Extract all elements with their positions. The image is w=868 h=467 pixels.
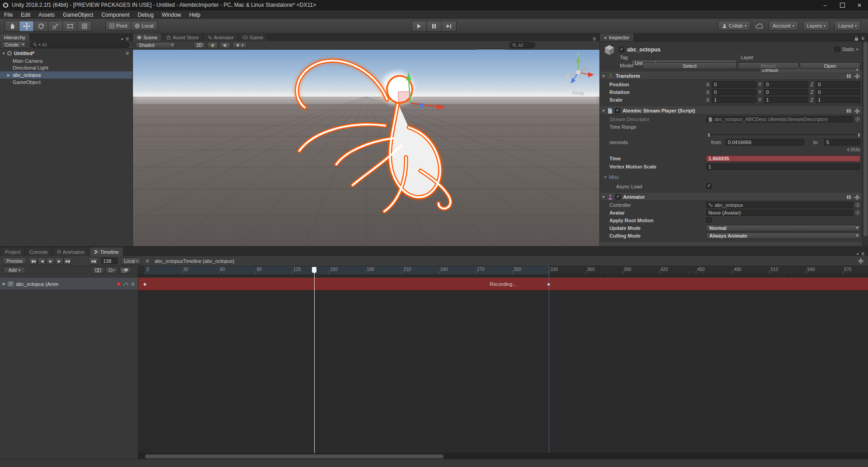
static-checkbox[interactable]	[835, 47, 840, 52]
tab-console[interactable]: Console	[25, 248, 52, 256]
scene-panel-menu-icon[interactable]: ≡	[593, 37, 596, 41]
tab-hierarchy[interactable]: Hierarchy	[0, 33, 30, 41]
transform-tool-button[interactable]	[77, 21, 92, 32]
menu-edit[interactable]: Edit	[17, 12, 34, 18]
transform-header[interactable]: ▼ Transform	[600, 72, 863, 80]
collab-button[interactable]: Collab▾	[718, 21, 750, 31]
2d-toggle-button[interactable]: 2D	[193, 42, 205, 48]
gizmo-z-handle[interactable]	[420, 103, 424, 107]
minimize-button[interactable]: –	[816, 0, 834, 10]
replace-mode-button[interactable]	[119, 267, 131, 274]
inspector-scrollbar[interactable]	[862, 41, 868, 246]
dock-menu-icon[interactable]: ≡	[861, 252, 864, 256]
timeline-hscrollbar-thumb[interactable]	[145, 454, 443, 458]
transform-foldout-icon[interactable]: ▼	[602, 74, 605, 78]
rect-tool-button[interactable]	[63, 21, 77, 32]
hierarchy-lock-icon[interactable]: ▪	[121, 37, 123, 41]
add-track-button[interactable]: Add▾	[4, 267, 25, 274]
time-range-slider[interactable]	[708, 133, 860, 137]
scene-viewport[interactable]: Y Persp	[133, 50, 599, 246]
dock-lock-icon[interactable]: ▪	[857, 252, 859, 256]
animator-header[interactable]: ▼ Animator	[600, 193, 863, 201]
track-record-icon[interactable]	[117, 282, 121, 286]
tab-asset-store[interactable]: Asset Store	[162, 33, 203, 41]
tab-scene[interactable]: Scene	[133, 33, 162, 41]
object-picker-icon[interactable]	[855, 117, 860, 122]
scene-audio-toggle[interactable]	[220, 42, 231, 48]
avatar-field[interactable]: None (Avatar)	[706, 210, 853, 216]
misc-foldout-icon[interactable]: ▼	[604, 175, 607, 179]
goto-end-button[interactable]: ▶▮	[63, 257, 72, 265]
hierarchy-item-main-camera[interactable]: Main Camera	[0, 57, 132, 65]
tab-game[interactable]: Game	[239, 33, 268, 41]
menu-gameobject[interactable]: GameObject	[59, 12, 97, 18]
timeline-playhead[interactable]	[314, 267, 315, 453]
tab-inspector[interactable]: ●Inspector	[600, 33, 634, 41]
slider-min-handle[interactable]	[708, 133, 710, 137]
static-group[interactable]: Static ▾	[835, 47, 858, 52]
alembic-foldout-icon[interactable]: ▼	[602, 109, 605, 113]
previous-frame-button[interactable]: ◀	[38, 257, 46, 265]
tab-project[interactable]: Project	[1, 248, 25, 256]
hierarchy-menu-icon[interactable]: ≡	[126, 37, 129, 41]
cloud-icon[interactable]	[755, 23, 764, 29]
alembic-enabled-checkbox[interactable]	[615, 108, 620, 113]
timeline-local-dropdown[interactable]: Local▾	[121, 257, 141, 265]
preview-toggle-button[interactable]: Preview	[3, 257, 26, 265]
position-z-field[interactable]: 0	[816, 81, 860, 88]
slider-max-handle[interactable]	[858, 133, 860, 137]
timeline-hscrollbar[interactable]	[138, 453, 868, 459]
rotation-y-field[interactable]: 0	[764, 89, 809, 95]
gear-icon[interactable]	[854, 74, 860, 79]
vertex-motion-scale-field[interactable]: 1	[706, 163, 860, 170]
maximize-button[interactable]	[834, 0, 851, 10]
culling-mode-dropdown[interactable]: Always Animate	[706, 233, 860, 239]
help-book-icon[interactable]	[846, 108, 851, 113]
timeline-canvas[interactable]: 0306090120150180210240270300330360390420…	[138, 266, 868, 459]
pause-button[interactable]	[427, 21, 442, 32]
close-button[interactable]: ✕	[851, 0, 868, 10]
scene-effects-dropdown[interactable]: ▾	[232, 42, 247, 48]
scale-z-field[interactable]: 1	[816, 97, 860, 103]
frame-field[interactable]	[101, 257, 118, 264]
hierarchy-search-input[interactable]: ▾ All	[30, 42, 130, 48]
timeline-settings-gear-icon[interactable]	[858, 258, 863, 264]
inspector-menu-icon[interactable]: ≡	[861, 36, 864, 41]
rotate-tool-button[interactable]	[34, 21, 48, 32]
position-y-field[interactable]: 0	[764, 81, 809, 88]
controller-field[interactable]: abc_octopus	[706, 202, 853, 208]
mix-mode-button[interactable]	[92, 267, 104, 274]
active-checkbox[interactable]	[619, 47, 624, 52]
track-header[interactable]: ▶ abc_octopus (Anim ≡	[0, 278, 138, 290]
menu-help[interactable]: Help	[185, 12, 205, 18]
menu-window[interactable]: Window	[158, 12, 185, 18]
scene-foldout-icon[interactable]: ▼	[2, 51, 5, 56]
timeline-list-icon[interactable]: ≡	[146, 259, 149, 263]
inspector-scrollbar-thumb[interactable]	[863, 42, 868, 236]
shading-mode-dropdown[interactable]: Shaded	[136, 42, 175, 48]
from-field[interactable]: 0.0416666	[726, 139, 804, 145]
scene-header-row[interactable]: ▼ Untitled* ≡	[0, 50, 132, 57]
scale-x-field[interactable]: 1	[712, 97, 756, 103]
scale-tool-button[interactable]	[48, 21, 63, 32]
track-curves-icon[interactable]	[123, 282, 129, 286]
hierarchy-item-directional-light[interactable]: Directional Light	[0, 64, 132, 71]
hand-tool-button[interactable]	[5, 21, 19, 32]
next-frame-button[interactable]: ▶	[55, 257, 63, 265]
stream-descriptor-field[interactable]: abc_octopus_ABCDesc (AlembicStreamDescri…	[706, 116, 853, 122]
keyframe-diamond[interactable]: ◆	[143, 282, 146, 286]
gear-icon[interactable]	[854, 195, 860, 200]
local-toggle-button[interactable]: Local	[131, 21, 157, 31]
move-tool-button[interactable]	[19, 21, 34, 32]
hierarchy-item-gameobject[interactable]: GameObject	[0, 79, 132, 86]
gear-icon[interactable]	[854, 108, 860, 114]
menu-debug[interactable]: Debug	[133, 12, 157, 18]
help-book-icon[interactable]	[846, 74, 851, 79]
scene-search-input[interactable]: All	[509, 42, 535, 48]
menu-assets[interactable]: Assets	[34, 12, 59, 18]
model-open-button[interactable]: Open	[800, 62, 860, 69]
animator-enabled-checkbox[interactable]	[615, 194, 621, 200]
lock-icon[interactable]	[854, 36, 859, 41]
step-button[interactable]	[442, 21, 457, 32]
model-revert-button[interactable]: Revert	[738, 62, 799, 69]
